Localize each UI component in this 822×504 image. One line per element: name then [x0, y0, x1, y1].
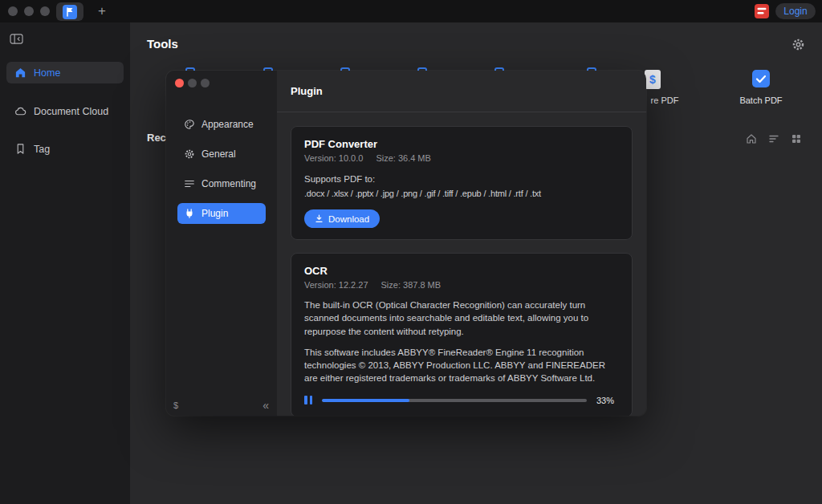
plugin-version: Version: 12.2.27: [304, 280, 368, 291]
nav-item-label: Commenting: [201, 178, 256, 189]
dialog-minimize-button[interactable]: [188, 79, 197, 87]
plugin-meta: Version: 10.0.0 Size: 36.4 MB: [304, 153, 619, 164]
plugin-meta: Version: 12.2.27 Size: 387.8 MB: [304, 280, 619, 291]
supported-formats: .docx / .xlsx / .pptx / .jpg / .png / .g…: [304, 188, 619, 200]
download-icon: [315, 214, 324, 223]
dialog-title: Plugin: [291, 85, 323, 97]
page-title: Tools: [147, 37, 178, 51]
plus-icon: +: [98, 3, 106, 19]
ocr-card: OCR Version: 12.2.27 Size: 387.8 MB The …: [291, 253, 633, 416]
new-tab-button[interactable]: +: [93, 2, 111, 21]
plugin-size: Size: 36.4 MB: [376, 153, 430, 164]
plugin-icon: [184, 208, 195, 219]
nav-item-label: Appearance: [201, 119, 254, 130]
dialog-close-button[interactable]: [175, 79, 184, 87]
settings-gear-icon[interactable]: [791, 38, 805, 51]
window-traffic-lights: [8, 6, 50, 16]
download-button[interactable]: Download: [304, 209, 380, 228]
progress-fill: [322, 399, 409, 402]
cloud-icon: [14, 105, 26, 117]
sidebar-item-label: Home: [34, 67, 60, 79]
dialog-header: Plugin: [277, 71, 646, 112]
tool-batch-pdf-icon[interactable]: [751, 69, 771, 88]
palette-icon: [184, 119, 195, 130]
sidebar-collapse-icon[interactable]: [10, 33, 23, 45]
sidebar-item-label: Tag: [34, 144, 50, 155]
plugin-card-title: PDF Converter: [304, 138, 619, 150]
pdf-converter-card: PDF Converter Version: 10.0.0 Size: 36.4…: [291, 126, 633, 240]
sidebar-item-home[interactable]: Home: [6, 62, 124, 83]
plugin-panel: PDF Converter Version: 10.0.0 Size: 36.4…: [277, 112, 646, 416]
pause-button[interactable]: [304, 396, 312, 404]
progress-percent-label: 33%: [596, 396, 619, 405]
document-tab[interactable]: [56, 2, 83, 21]
preferences-dialog: Appearance General Commenting Plugin $ «…: [166, 71, 646, 416]
progress-bar: [322, 399, 587, 402]
recent-section-heading: Rec: [147, 132, 166, 144]
home-view-icon[interactable]: [746, 133, 757, 144]
titlebar: + Login: [0, 0, 822, 22]
window-close-button[interactable]: [8, 6, 18, 16]
sidebar: Home Document Cloud Tag: [0, 22, 130, 504]
nav-item-plugin[interactable]: Plugin: [177, 203, 266, 224]
ocr-description: The built-in OCR (Optical Character Reco…: [304, 299, 619, 338]
app-logo-icon: [63, 5, 77, 19]
ocr-download-progress: 33%: [304, 396, 619, 405]
plugin-card-title: OCR: [304, 265, 619, 277]
nav-item-label: Plugin: [201, 208, 228, 219]
grid-view-icon[interactable]: [791, 133, 802, 144]
supports-label: Supports PDF to:: [304, 173, 619, 185]
home-icon: [14, 67, 26, 79]
dollar-glyph: $: [173, 400, 178, 410]
login-button[interactable]: Login: [775, 3, 816, 19]
nav-item-appearance[interactable]: Appearance: [177, 114, 266, 135]
nav-item-label: General: [201, 148, 236, 160]
tool-label: re PDF: [641, 96, 689, 105]
preferences-content: Plugin PDF Converter Version: 10.0.0 Siz…: [277, 71, 646, 416]
collapse-nav-icon[interactable]: «: [262, 399, 269, 412]
svg-text:$: $: [649, 73, 656, 86]
plugin-size: Size: 387.8 MB: [381, 280, 442, 291]
sidebar-item-tag[interactable]: Tag: [6, 138, 124, 160]
lines-icon: [184, 178, 195, 189]
sidebar-item-document-cloud[interactable]: Document Cloud: [6, 100, 124, 122]
tool-label: Batch PDF: [734, 96, 788, 105]
dialog-zoom-button[interactable]: [201, 79, 210, 87]
tag-icon: [14, 143, 26, 155]
preferences-nav: Appearance General Commenting Plugin $ «: [166, 71, 277, 416]
login-label: Login: [783, 6, 807, 17]
promo-badge-icon[interactable]: [755, 4, 769, 18]
nav-item-general[interactable]: General: [177, 144, 266, 165]
ocr-license-text: This software includes ABBYY® FineReader…: [304, 346, 619, 385]
tool-dollar-doc-icon[interactable]: $: [644, 69, 661, 90]
gear-icon: [184, 148, 195, 160]
window-zoom-button[interactable]: [40, 6, 50, 16]
nav-item-commenting[interactable]: Commenting: [177, 173, 266, 194]
sidebar-item-label: Document Cloud: [34, 106, 108, 117]
sort-list-icon[interactable]: [768, 133, 779, 144]
dialog-traffic-lights: [175, 79, 210, 87]
download-label: Download: [328, 214, 369, 224]
window-minimize-button[interactable]: [24, 6, 34, 16]
plugin-version: Version: 10.0.0: [304, 153, 363, 164]
